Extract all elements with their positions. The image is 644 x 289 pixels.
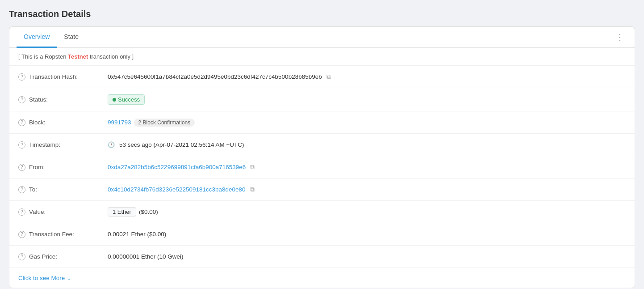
transaction-details-card: Overview State ⋮ [ This is a Ropsten Tes… xyxy=(9,26,635,288)
value-help-icon[interactable]: ? xyxy=(18,208,25,216)
testnet-prefix: [ This is a Ropsten xyxy=(18,53,68,60)
status-value: Success xyxy=(108,94,626,105)
status-help-icon[interactable]: ? xyxy=(18,96,25,103)
transaction-hash-copy-icon[interactable]: ⧉ xyxy=(326,73,331,81)
click-more-link[interactable]: Click to see More xyxy=(18,275,65,281)
to-value: 0x4c10d2734fb76d3236e522509181cc3ba8de0e… xyxy=(108,186,626,193)
card-body: [ This is a Ropsten Testnet transaction … xyxy=(9,48,635,288)
value-value: 1 Ether ($0.00) xyxy=(108,207,626,217)
status-label: ? Status: xyxy=(18,96,108,103)
transaction-fee-label: ? Transaction Fee: xyxy=(18,231,108,238)
timestamp-help-icon[interactable]: ? xyxy=(18,141,25,149)
block-label: ? Block: xyxy=(18,119,108,126)
testnet-highlight: Testnet xyxy=(68,53,88,60)
status-row: ? Status: Success xyxy=(9,88,635,111)
transaction-fee-row: ? Transaction Fee: 0.00021 Ether ($0.00) xyxy=(9,223,635,246)
ether-value-badge: 1 Ether xyxy=(108,207,136,217)
tab-overview[interactable]: Overview xyxy=(17,27,57,48)
from-help-icon[interactable]: ? xyxy=(18,164,25,171)
from-row: ? From: 0xda27a282b5b6c5229699891cfa6b90… xyxy=(9,156,635,178)
clock-icon: 🕐 xyxy=(108,141,115,148)
transaction-fee-help-icon[interactable]: ? xyxy=(18,231,25,238)
to-help-icon[interactable]: ? xyxy=(18,186,25,193)
from-label: ? From: xyxy=(18,164,108,171)
block-help-icon[interactable]: ? xyxy=(18,119,25,126)
tabs-bar: Overview State ⋮ xyxy=(9,27,635,48)
to-copy-icon[interactable]: ⧉ xyxy=(250,186,255,193)
tab-state[interactable]: State xyxy=(57,27,86,48)
testnet-suffix: transaction only ] xyxy=(88,53,134,60)
gas-price-value: 0.00000001 Ether (10 Gwei) xyxy=(108,253,626,260)
transaction-hash-help-icon[interactable]: ? xyxy=(18,73,25,81)
gas-price-help-icon[interactable]: ? xyxy=(18,253,25,260)
transaction-hash-value: 0x547c5e645600f1a7b84cf2a0e5d2d9495e0bd2… xyxy=(108,73,626,81)
block-number-link[interactable]: 9991793 xyxy=(108,119,131,126)
timestamp-row: ? Timestamp: 🕐 53 secs ago (Apr-07-2021 … xyxy=(9,134,635,156)
arrow-down-icon: ↓ xyxy=(67,274,71,281)
timestamp-value: 🕐 53 secs ago (Apr-07-2021 02:56:14 AM +… xyxy=(108,141,626,148)
gas-price-row: ? Gas Price: 0.00000001 Ether (10 Gwei) xyxy=(9,246,635,268)
transaction-fee-value: 0.00021 Ether ($0.00) xyxy=(108,231,626,238)
timestamp-label: ? Timestamp: xyxy=(18,141,108,149)
to-address-link[interactable]: 0x4c10d2734fb76d3236e522509181cc3ba8de0e… xyxy=(108,186,246,193)
transaction-hash-label: ? Transaction Hash: xyxy=(18,73,108,81)
block-row: ? Block: 9991793 2 Block Confirmations xyxy=(9,111,635,134)
click-more-button[interactable]: Click to see More ↓ xyxy=(9,268,635,288)
status-badge: Success xyxy=(108,94,145,105)
confirmations-badge: 2 Block Confirmations xyxy=(134,119,195,127)
transaction-hash-row: ? Transaction Hash: 0x547c5e645600f1a7b8… xyxy=(9,66,635,88)
value-usd: ($0.00) xyxy=(139,208,158,215)
to-row: ? To: 0x4c10d2734fb76d3236e522509181cc3b… xyxy=(9,178,635,201)
status-dot-icon xyxy=(113,98,116,102)
testnet-banner: [ This is a Ropsten Testnet transaction … xyxy=(9,48,635,66)
gas-price-label: ? Gas Price: xyxy=(18,253,108,260)
from-value: 0xda27a282b5b6c5229699891cfa6b900a716539… xyxy=(108,163,626,171)
from-address-link[interactable]: 0xda27a282b5b6c5229699891cfa6b900a716539… xyxy=(108,164,246,170)
block-value: 9991793 2 Block Confirmations xyxy=(108,119,626,127)
value-label: ? Value: xyxy=(18,208,108,216)
more-options-button[interactable]: ⋮ xyxy=(612,30,627,45)
value-row: ? Value: 1 Ether ($0.00) xyxy=(9,201,635,223)
to-label: ? To: xyxy=(18,186,108,193)
page-title: Transaction Details xyxy=(9,9,635,19)
from-copy-icon[interactable]: ⧉ xyxy=(250,163,255,171)
